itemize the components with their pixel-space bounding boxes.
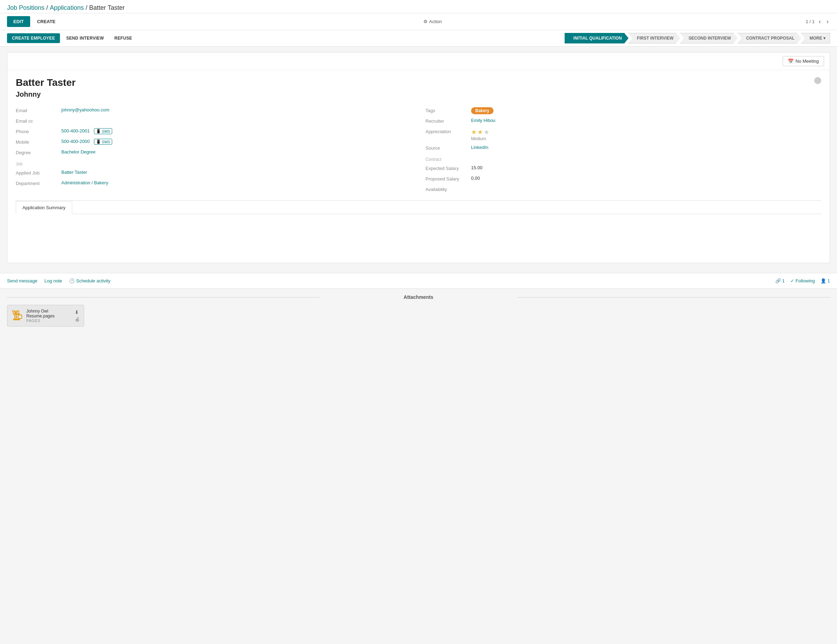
job-section-divider: Job	[16, 158, 412, 168]
star-3[interactable]: ★	[484, 128, 489, 136]
stage-first-interview[interactable]: FIRST INTERVIEW	[628, 33, 680, 43]
paperclip-icon: 🔗	[775, 278, 781, 283]
department-row: Department Administration / Bakery	[16, 179, 412, 189]
create-button[interactable]: CREATE	[33, 17, 59, 26]
contract-section-divider: Contract	[425, 154, 821, 163]
availability-row: Availability	[425, 184, 821, 195]
bottom-bar: Send message Log note 🕐 Schedule activit…	[0, 273, 837, 289]
recruiter-row: Recruiter Emily Hibou	[425, 116, 821, 126]
calendar-icon: 📅	[788, 59, 794, 64]
email-cc-label: Email cc	[16, 118, 61, 124]
breadcrumb: Job Positions / Applications / Batter Ta…	[0, 0, 837, 13]
schedule-activity-label: Schedule activity	[76, 278, 110, 283]
prev-button[interactable]: ‹	[817, 18, 822, 25]
status-circle[interactable]	[814, 77, 821, 84]
phone-label: Phone	[16, 128, 61, 134]
breadcrumb-sep1: /	[46, 4, 50, 11]
form-grid: Email johnny@yahoohoo.com Email cc Phone…	[16, 105, 821, 195]
stage-label: SECOND INTERVIEW	[689, 36, 731, 41]
breadcrumb-sep2: /	[85, 4, 89, 11]
department-label: Department	[16, 180, 61, 186]
tags-label: Tags	[425, 107, 471, 113]
email-label: Email	[16, 107, 61, 113]
attachments-section: Attachments 🗜 Johnny Owl Resume.pages PA…	[0, 289, 837, 332]
following-label: Following	[796, 278, 815, 283]
attachment-info: Johnny Owl Resume.pages PAGES	[26, 309, 71, 323]
bottom-meta: 🔗 1 ✓ Following 👤 1	[775, 278, 830, 283]
star-2[interactable]: ★	[478, 128, 483, 136]
refuse-button[interactable]: REFUSE	[110, 33, 136, 43]
recruiter-value[interactable]: Emily Hibou	[471, 118, 495, 123]
main-content: 📅 No Meeting Batter Taster Johnny Email …	[0, 47, 837, 273]
form-right: Tags Bakery Recruiter Emily Hibou Apprec…	[425, 105, 821, 195]
tab-content	[16, 214, 821, 256]
attachment-card[interactable]: 🗜 Johnny Owl Resume.pages PAGES ⬇ 🖨	[7, 305, 84, 326]
appreciation-label: Appreciation	[425, 128, 471, 134]
applied-job-row: Applied Job Batter Taster	[16, 168, 412, 179]
availability-label: Availability	[425, 186, 471, 192]
applicant-job-title: Batter Taster	[16, 77, 821, 88]
stage-contract-proposal[interactable]: CONTRACT PROPOSAL	[737, 33, 801, 43]
create-employee-button[interactable]: CREATE EMPLOYEE	[7, 33, 60, 43]
source-value[interactable]: LinkedIn	[471, 145, 488, 150]
expected-salary-label: Expected Salary	[425, 165, 471, 171]
degree-label: Degree	[16, 149, 61, 155]
breadcrumb-applications[interactable]: Applications	[50, 4, 84, 11]
recruiter-label: Recruiter	[425, 118, 471, 124]
action-label: Action	[429, 19, 441, 24]
send-interview-button[interactable]: SEND INTERVIEW	[62, 33, 108, 43]
stage-second-interview[interactable]: SECOND INTERVIEW	[680, 33, 738, 43]
schedule-activity-action[interactable]: 🕐 Schedule activity	[69, 278, 110, 283]
edit-button[interactable]: EDIT	[7, 16, 30, 27]
proposed-salary-value: 0.00	[471, 175, 480, 181]
expected-salary-value: 15.00	[471, 165, 483, 170]
mobile-link[interactable]: 500-400-2000	[61, 139, 90, 144]
phone-icon: 📱	[96, 129, 101, 133]
mobile-sms-badge[interactable]: 📱 SMS	[94, 139, 113, 145]
file-icon: 🗜	[11, 310, 23, 322]
action-bar: EDIT CREATE ⚙ Action 1 / 1 ‹ ›	[0, 13, 837, 30]
degree-row: Degree Bachelor Degree	[16, 147, 412, 158]
send-message-action[interactable]: Send message	[7, 278, 38, 283]
attachment-actions: ⬇ 🖨	[75, 310, 80, 322]
attachments-title: Attachments	[7, 294, 830, 300]
followers-meta[interactable]: 👤 1	[821, 278, 830, 283]
tab-bar: Application Summary	[16, 201, 821, 214]
tab-application-summary[interactable]: Application Summary	[16, 201, 72, 214]
applicant-card: 📅 No Meeting Batter Taster Johnny Email …	[7, 52, 830, 263]
mobile-icon: 📱	[96, 139, 101, 144]
bakery-tag[interactable]: Bakery	[471, 107, 494, 114]
source-label: Source	[425, 145, 471, 151]
stage-label: CONTRACT PROPOSAL	[746, 36, 794, 41]
no-meeting-button[interactable]: 📅 No Meeting	[783, 56, 824, 66]
attachments-meta[interactable]: 🔗 1	[775, 278, 785, 283]
breadcrumb-job-positions[interactable]: Job Positions	[7, 4, 44, 11]
stage-initial-qualification[interactable]: INITIAL QUALIFICATION	[565, 33, 629, 43]
sms-label-mobile: SMS	[102, 140, 110, 144]
star-1[interactable]: ★	[471, 128, 477, 136]
more-label: MORE	[810, 36, 822, 41]
applied-job-value[interactable]: Batter Taster	[61, 170, 87, 175]
mobile-value: 500-400-2000 📱 SMS	[61, 139, 112, 145]
appreciation-row: Appreciation ★ ★ ★ Medium	[425, 126, 821, 143]
stars: ★ ★ ★	[471, 128, 489, 136]
following-button[interactable]: ✓ Following	[790, 278, 815, 283]
stages: INITIAL QUALIFICATION FIRST INTERVIEW SE…	[565, 33, 830, 43]
download-icon[interactable]: ⬇	[75, 310, 80, 315]
stage-more[interactable]: MORE ▾	[801, 33, 830, 43]
phone-sms-badge[interactable]: 📱 SMS	[94, 128, 113, 134]
sms-label: SMS	[102, 129, 110, 133]
print-icon[interactable]: 🖨	[75, 316, 80, 322]
proposed-salary-row: Proposed Salary 0.00	[425, 174, 821, 184]
followers-count: 1	[827, 278, 830, 283]
mobile-label: Mobile	[16, 139, 61, 145]
degree-value[interactable]: Bachelor Degree	[61, 149, 96, 154]
proposed-salary-label: Proposed Salary	[425, 175, 471, 182]
clock-icon: 🕐	[69, 278, 75, 283]
log-note-action[interactable]: Log note	[44, 278, 62, 283]
next-button[interactable]: ›	[825, 18, 830, 25]
action-link[interactable]: ⚙ Action	[423, 19, 441, 24]
department-value[interactable]: Administration / Bakery	[61, 180, 108, 185]
email-value[interactable]: johnny@yahoohoo.com	[61, 107, 109, 113]
phone-link[interactable]: 500-400-2001	[61, 128, 90, 133]
